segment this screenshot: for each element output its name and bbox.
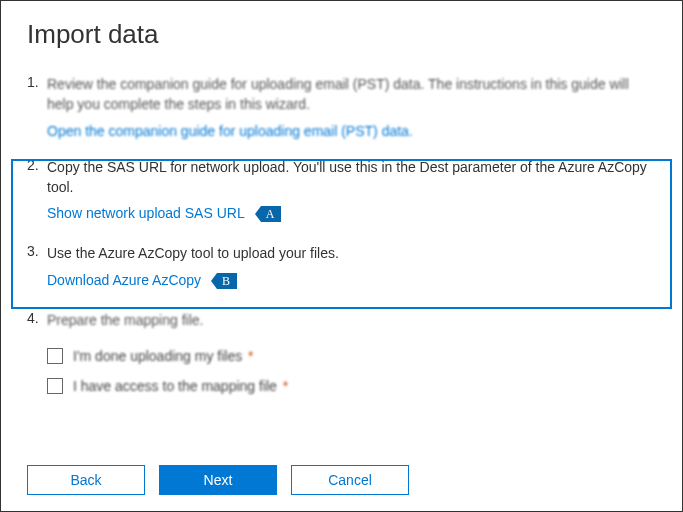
- step-2: Copy the SAS URL for network upload. You…: [27, 157, 656, 226]
- confirmation-checks: I'm done uploading my files * I have acc…: [27, 348, 656, 394]
- step-4-text: Prepare the mapping file.: [47, 310, 656, 330]
- page-title: Import data: [27, 19, 656, 50]
- check-done-uploading-label: I'm done uploading my files *: [73, 348, 254, 364]
- cancel-button[interactable]: Cancel: [291, 465, 409, 495]
- svg-text:B: B: [222, 274, 230, 288]
- check-mapping-file-label: I have access to the mapping file *: [73, 378, 288, 394]
- show-sas-url-link[interactable]: Show network upload SAS URL: [47, 205, 245, 221]
- callout-badge-a: A: [255, 203, 281, 225]
- next-button[interactable]: Next: [159, 465, 277, 495]
- wizard-footer: Back Next Cancel: [1, 465, 409, 495]
- step-1: Review the companion guide for uploading…: [27, 74, 656, 139]
- step-3-text: Use the Azure AzCopy tool to upload your…: [47, 243, 656, 263]
- companion-guide-link[interactable]: Open the companion guide for uploading e…: [47, 123, 413, 139]
- required-asterisk: *: [244, 348, 253, 364]
- checkbox-mapping-file[interactable]: [47, 378, 63, 394]
- callout-badge-b: B: [211, 270, 237, 292]
- step-2-text: Copy the SAS URL for network upload. You…: [47, 157, 656, 198]
- step-4: Prepare the mapping file.: [27, 310, 656, 330]
- download-azcopy-link[interactable]: Download Azure AzCopy: [47, 272, 201, 288]
- step-1-text: Review the companion guide for uploading…: [47, 74, 656, 115]
- steps-list: Review the companion guide for uploading…: [27, 74, 656, 330]
- check-done-uploading: I'm done uploading my files *: [47, 348, 656, 364]
- checkbox-done-uploading[interactable]: [47, 348, 63, 364]
- step-3: Use the Azure AzCopy tool to upload your…: [27, 243, 656, 292]
- required-asterisk: *: [279, 378, 288, 394]
- svg-text:A: A: [265, 207, 274, 221]
- check-mapping-file: I have access to the mapping file *: [47, 378, 656, 394]
- back-button[interactable]: Back: [27, 465, 145, 495]
